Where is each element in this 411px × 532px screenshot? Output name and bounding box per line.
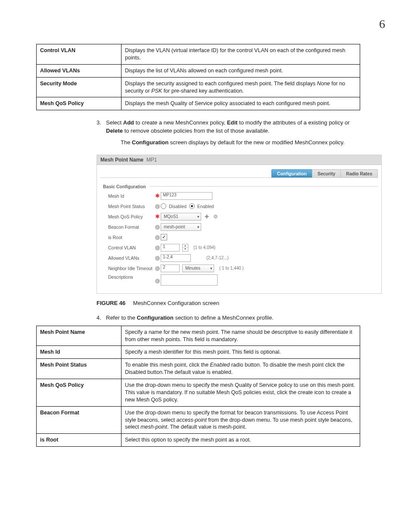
label-enabled: Enabled bbox=[197, 204, 214, 209]
table-row: Control VLAN Displays the VLAN (virtual … bbox=[37, 44, 360, 65]
row-allowed-vlans: Allowed VLANs i 1-2,4 (2,4,7-12...) bbox=[108, 254, 378, 262]
dropdown-neighbor-idle-unit[interactable]: Minutes bbox=[182, 264, 214, 272]
table-row: Mesh QoS Policy Displays the mesh Qualit… bbox=[37, 97, 360, 110]
gear-icon[interactable]: ⚙ bbox=[212, 214, 218, 220]
table-row: is Root Select this option to specify th… bbox=[37, 434, 360, 447]
row-neighbor-idle: Neighbor Idle Timeout i 2 Minutes ( 1 to… bbox=[108, 264, 378, 273]
table-vlan-fields: Control VLAN Displays the VLAN (virtual … bbox=[36, 44, 360, 110]
cell-label: Control VLAN bbox=[37, 44, 121, 65]
cell-desc: Use the drop-down menu to specify the me… bbox=[121, 379, 360, 407]
label-mesh-point-status: Mesh Point Status bbox=[108, 204, 154, 209]
section-basic-configuration: Basic Configuration bbox=[103, 184, 378, 189]
dropdown-beacon-format[interactable]: mesh-point bbox=[161, 223, 201, 231]
table-row: Mesh Id Specify a mesh identifier for th… bbox=[37, 346, 360, 359]
table-row: Security Mode Displays the security assi… bbox=[37, 77, 360, 97]
info-icon[interactable]: i bbox=[155, 256, 160, 261]
info-icon[interactable]: i bbox=[155, 266, 160, 271]
textarea-descriptions[interactable] bbox=[161, 274, 218, 286]
required-icon: ✱ bbox=[155, 213, 160, 220]
info-icon[interactable]: i bbox=[155, 279, 160, 283]
step-text: Select Add to create a new MeshConnex po… bbox=[106, 119, 368, 135]
input-neighbor-idle[interactable]: 2 bbox=[161, 264, 180, 272]
tab-configuration[interactable]: Configuration bbox=[271, 169, 312, 177]
info-icon[interactable]: i bbox=[155, 235, 160, 240]
cell-label: Beacon Format bbox=[37, 406, 121, 434]
table-row: Mesh QoS Policy Use the drop-down menu t… bbox=[37, 379, 360, 407]
page-number: 6 bbox=[26, 17, 385, 31]
row-control-vlan: Control VLAN i 1 ▲▼ (1 to 4,094) bbox=[108, 243, 378, 252]
row-descriptions: Descriptions i bbox=[108, 274, 378, 286]
figure-title: MeshConnex Configuration screen bbox=[133, 300, 219, 306]
checkbox-is-root[interactable]: ✓ bbox=[161, 234, 167, 240]
hint-neighbor-idle: ( 1 to 1,440 ) bbox=[219, 266, 244, 271]
table-row: Mesh Point Name Specify a name for the n… bbox=[37, 326, 360, 346]
info-icon[interactable]: i bbox=[155, 204, 160, 209]
label-mesh-id: Mesh Id bbox=[108, 193, 154, 199]
row-mesh-id: Mesh Id ✱ MP123 bbox=[108, 192, 378, 200]
cell-label: Mesh QoS Policy bbox=[37, 97, 121, 110]
config-screenshot: Mesh Point Name MP1 Configuration Securi… bbox=[97, 155, 382, 294]
step-3: 3. Select Add to create a new MeshConnex… bbox=[97, 119, 368, 135]
cell-desc: Specify a mesh identifier for this mesh … bbox=[121, 346, 360, 359]
label-is-root: is Root bbox=[108, 235, 154, 240]
required-icon: ✱ bbox=[155, 193, 160, 199]
cell-label: Allowed VLANs bbox=[37, 64, 121, 77]
tab-security[interactable]: Security bbox=[312, 169, 341, 177]
cell-desc: Use the drop-down menu to specify the fo… bbox=[121, 406, 360, 434]
table-row: Allowed VLANs Displays the list of VLANs… bbox=[37, 64, 360, 77]
row-mesh-qos-policy: Mesh QoS Policy ✱ MQoS1 ✚ ⚙ bbox=[108, 212, 378, 221]
cell-desc: Displays the VLAN (virtual interface ID)… bbox=[121, 44, 360, 65]
config-title-bar: Mesh Point Name MP1 bbox=[97, 155, 381, 165]
tab-bar: Configuration Security Radio Rates bbox=[100, 169, 378, 178]
dropdown-mesh-qos[interactable]: MQoS1 bbox=[161, 213, 201, 221]
label-neighbor-idle: Neighbor Idle Timeout bbox=[108, 266, 154, 271]
create-icon[interactable]: ✚ bbox=[204, 214, 210, 220]
label-disabled: Disabled bbox=[169, 204, 187, 209]
cell-desc: Select this option to specify the mesh p… bbox=[121, 434, 360, 447]
step-number: 4. bbox=[97, 314, 106, 322]
step-number: 3. bbox=[97, 119, 106, 135]
info-icon[interactable]: i bbox=[155, 246, 160, 250]
label-control-vlan: Control VLAN bbox=[108, 245, 154, 250]
hint-allowed-vlans: (2,4,7-12...) bbox=[206, 255, 229, 260]
figure-number: FIGURE 46 bbox=[97, 300, 125, 306]
figure-caption: FIGURE 46 MeshConnex Configuration scree… bbox=[97, 300, 385, 306]
tab-radio-rates[interactable]: Radio Rates bbox=[340, 169, 378, 177]
cell-label: Mesh Point Status bbox=[37, 359, 121, 379]
row-mesh-point-status: Mesh Point Status i Disabled Enabled bbox=[108, 202, 378, 211]
radio-disabled[interactable] bbox=[161, 203, 166, 209]
step-text: Refer to the Configuration section to de… bbox=[106, 314, 368, 322]
table-row: Mesh Point Status To enable this mesh po… bbox=[37, 359, 360, 379]
table-config-fields: Mesh Point Name Specify a name for the n… bbox=[36, 326, 360, 447]
cell-label: Security Mode bbox=[37, 77, 121, 97]
step-4: 4. Refer to the Configuration section to… bbox=[97, 314, 368, 322]
hint-control-vlan: (1 to 4,094) bbox=[193, 245, 215, 250]
radio-enabled[interactable] bbox=[189, 203, 195, 209]
cell-desc: Displays the mesh Quality of Service pol… bbox=[121, 97, 360, 110]
input-mesh-id[interactable]: MP123 bbox=[161, 192, 212, 200]
input-allowed-vlans[interactable]: 1-2,4 bbox=[161, 254, 191, 262]
step-3-sub: The Configuration screen displays by def… bbox=[121, 139, 370, 147]
input-control-vlan[interactable]: 1 bbox=[161, 244, 180, 252]
label-mesh-qos: Mesh QoS Policy bbox=[108, 214, 154, 219]
cell-label: is Root bbox=[37, 434, 121, 447]
cell-desc: Displays the security assigned to each c… bbox=[121, 77, 360, 97]
label-descriptions: Descriptions bbox=[108, 274, 154, 280]
row-is-root: is Root i ✓ bbox=[108, 233, 378, 242]
config-title-label: Mesh Point Name bbox=[100, 157, 143, 163]
info-icon[interactable]: i bbox=[155, 225, 160, 230]
label-beacon-format: Beacon Format bbox=[108, 224, 154, 230]
cell-desc: To enable this mesh point, click the Ena… bbox=[121, 359, 360, 379]
row-beacon-format: Beacon Format i mesh-point bbox=[108, 223, 378, 231]
cell-label: Mesh Point Name bbox=[37, 326, 121, 346]
cell-desc: Displays the list of VLANs allowed on ea… bbox=[121, 64, 360, 77]
cell-label: Mesh Id bbox=[37, 346, 121, 359]
label-allowed-vlans: Allowed VLANs bbox=[108, 255, 154, 261]
table-row: Beacon Format Use the drop-down menu to … bbox=[37, 406, 360, 434]
cell-desc: Specify a name for the new mesh point. T… bbox=[121, 326, 360, 346]
spinner-control-vlan[interactable]: ▲▼ bbox=[182, 244, 188, 252]
config-title-value: MP1 bbox=[146, 157, 157, 163]
cell-label: Mesh QoS Policy bbox=[37, 379, 121, 407]
